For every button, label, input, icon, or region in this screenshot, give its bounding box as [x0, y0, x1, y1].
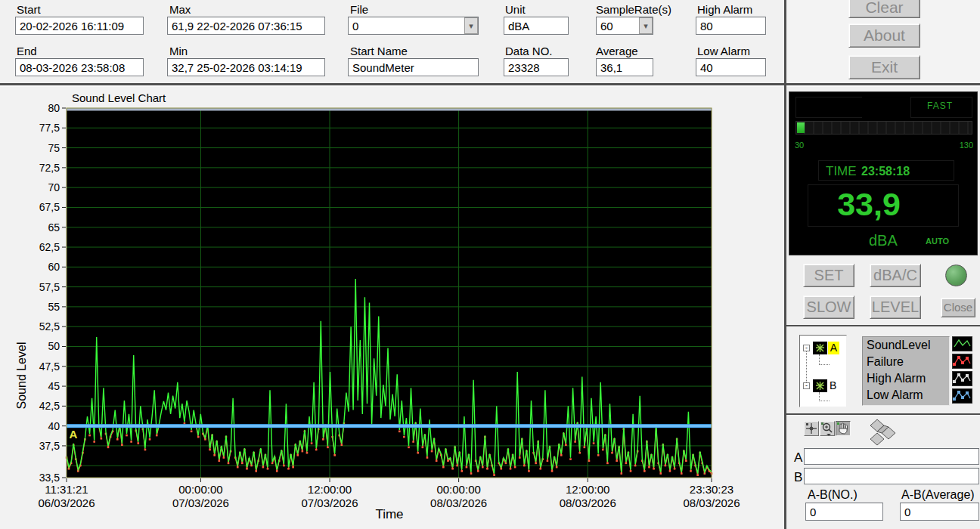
scale-min: 30 [795, 141, 804, 150]
svg-text:00:00:00: 00:00:00 [178, 483, 222, 496]
right-column: FAST 30 130 TIME 23:58:18 33,9 dBA AUTO … [786, 87, 980, 529]
unit-field [504, 17, 569, 35]
level-button[interactable]: LEVEL [870, 295, 921, 319]
average-label: Average [596, 45, 638, 57]
legend-icon-high-alarm[interactable] [952, 371, 972, 386]
end-field [15, 58, 144, 76]
plot-a-icon[interactable] [813, 342, 827, 354]
data-no-label: Data NO. [505, 45, 553, 57]
max-label: Max [169, 3, 191, 16]
exit-button[interactable]: Exit [848, 55, 920, 79]
min-label: Min [169, 45, 188, 57]
level-bar-track [795, 121, 972, 135]
svg-text:07/03/2026: 07/03/2026 [301, 497, 358, 509]
ab-no-label: A-B(NO.) [808, 488, 858, 502]
svg-text:00:00:00: 00:00:00 [436, 483, 480, 496]
header-panel: Start End Max Min File ▾ Start Name Unit… [0, 0, 784, 83]
zoom-tool-button[interactable] [820, 421, 835, 436]
svg-text:45: 45 [48, 380, 60, 392]
start-name-label: Start Name [350, 45, 408, 57]
meter-unit: dBA [869, 232, 898, 249]
plot-tree[interactable]: - A - B [799, 335, 847, 407]
divider-highlight [786, 415, 980, 416]
chart-panel: Sound Level Chart Sound Level Time A8077… [0, 87, 784, 529]
svg-text:08/03/2026: 08/03/2026 [560, 497, 616, 509]
svg-text:60: 60 [48, 261, 60, 273]
svg-text:70: 70 [48, 181, 60, 193]
sound-level-chart[interactable]: A8077,57572,57067,56562,56057,55552,5504… [0, 87, 784, 529]
svg-text:07/03/2026: 07/03/2026 [172, 497, 229, 509]
svg-text:67,5: 67,5 [39, 201, 60, 213]
ab-average-field [900, 503, 979, 521]
legend-item-low-alarm[interactable]: Low Alarm [863, 387, 949, 404]
cursor-a-field[interactable] [804, 448, 979, 465]
clear-button[interactable]: Clear [848, 0, 920, 18]
svg-text:77,5: 77,5 [39, 122, 60, 134]
power-led[interactable] [945, 264, 967, 286]
tree-node-a[interactable]: A [828, 342, 839, 354]
svg-text:80: 80 [48, 102, 60, 114]
cursor-a-label: A [794, 450, 802, 466]
low-alarm-label: Low Alarm [697, 45, 750, 57]
svg-text:52,5: 52,5 [39, 320, 60, 333]
svg-text:40: 40 [48, 420, 60, 432]
svg-text:06/03/2026: 06/03/2026 [38, 497, 95, 509]
data-no-field [504, 58, 569, 76]
meter-mode-fast: FAST [927, 101, 953, 111]
pan-tool-button[interactable] [836, 421, 851, 436]
level-bar-fill [797, 122, 805, 133]
tree-expander-a[interactable]: - [803, 345, 810, 351]
meter-value: 33,9 [805, 186, 933, 223]
about-button[interactable]: About [848, 23, 920, 48]
ab-average-label: A-B(Average) [901, 488, 975, 502]
meter-display: FAST 30 130 TIME 23:58:18 33,9 dBA AUTO [789, 91, 978, 255]
sample-rate-label: SampleRate(s) [596, 3, 671, 16]
time-value: 23:58:18 [861, 165, 910, 178]
dbac-button[interactable]: dBA/C [870, 264, 921, 287]
dropdown-arrow-icon[interactable]: ▾ [464, 17, 478, 34]
high-alarm-field[interactable] [696, 17, 766, 35]
legend-item-high-alarm[interactable]: High Alarm [863, 370, 949, 387]
close-button[interactable]: Close [941, 298, 975, 317]
auto-label: AUTO [926, 237, 949, 246]
end-label: End [17, 45, 37, 57]
svg-text:12:00:00: 12:00:00 [308, 483, 352, 496]
cursor-tool-button[interactable] [804, 421, 819, 436]
tree-connector [806, 351, 807, 382]
tree-expander-b[interactable]: - [803, 382, 810, 389]
slow-button[interactable]: SLOW [803, 295, 854, 319]
header-vertical-divider [784, 0, 786, 83]
legend-item-failure[interactable]: Failure [863, 354, 949, 370]
tree-connector [819, 354, 830, 365]
legend-item-soundlevel[interactable]: SoundLevel [863, 337, 949, 354]
svg-text:08/03/2026: 08/03/2026 [430, 497, 487, 509]
time-label: TIME [826, 164, 857, 179]
scale-lock-widget[interactable] [866, 418, 899, 451]
start-name-field[interactable] [348, 58, 479, 76]
svg-text:11:31:21: 11:31:21 [45, 483, 88, 496]
svg-text:47,5: 47,5 [39, 360, 60, 373]
low-alarm-field[interactable] [696, 58, 766, 76]
file-combo[interactable]: ▾ [348, 17, 479, 35]
sample-rate-combo[interactable]: ▾ [596, 17, 653, 35]
ab-no-field [805, 503, 883, 521]
svg-text:42,5: 42,5 [39, 400, 60, 412]
cursor-b-field[interactable] [804, 468, 979, 484]
tree-connector [819, 392, 830, 401]
tree-node-b[interactable]: B [830, 379, 836, 392]
svg-text:37,5: 37,5 [39, 440, 60, 452]
legend-list: SoundLevel Failure High Alarm Low Alarm [862, 336, 950, 406]
legend-icon-soundlevel[interactable] [952, 336, 972, 351]
plot-b-icon[interactable] [813, 379, 827, 392]
start-label: Start [17, 3, 41, 16]
divider-highlight [786, 326, 980, 327]
average-field [596, 58, 653, 76]
header-buttons-panel: Clear About Exit [786, 0, 980, 83]
legend-icon-low-alarm[interactable] [952, 388, 972, 404]
svg-text:33,5: 33,5 [39, 472, 60, 484]
file-combo-value[interactable] [348, 17, 479, 35]
dropdown-arrow-icon[interactable]: ▾ [639, 17, 653, 34]
legend-icon-failure[interactable] [952, 354, 972, 369]
set-button[interactable]: SET [803, 264, 854, 287]
start-field [15, 17, 144, 35]
